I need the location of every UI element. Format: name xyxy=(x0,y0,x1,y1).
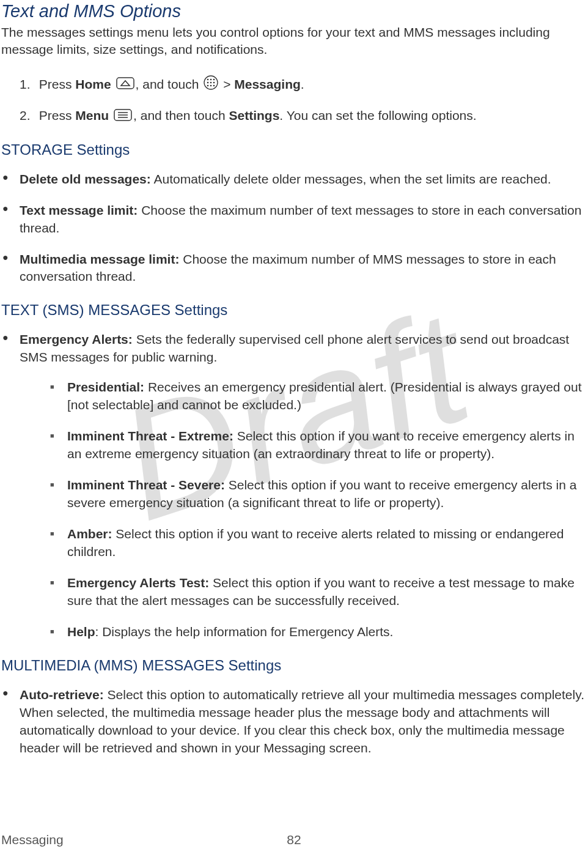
sub-amber: ■ Amber: Select this option if you want … xyxy=(50,525,587,561)
bullet-marker-icon: ● xyxy=(2,686,20,757)
sub-presidential: ■ Presidential: Receives an emergency pr… xyxy=(50,379,587,414)
step-2: 2. Press Menu , and then touch Settings.… xyxy=(20,106,587,126)
home-icon xyxy=(116,75,134,95)
home-label: Home xyxy=(75,77,111,91)
page-content: Text and MMS Options The messages settin… xyxy=(0,0,588,757)
step-number: 1. xyxy=(20,75,35,94)
svg-point-9 xyxy=(210,85,212,87)
sub-label: Amber: xyxy=(67,527,112,541)
sub-label: Imminent Threat - Extreme: xyxy=(67,429,233,443)
bullet-mms-limit: ● Multimedia message limit: Choose the m… xyxy=(2,251,587,286)
bullet-label: Multimedia message limit: xyxy=(20,252,179,266)
menu-label: Menu xyxy=(75,108,109,122)
step-text: Press xyxy=(39,108,76,122)
sub-marker-icon: ■ xyxy=(50,525,67,561)
bullet-marker-icon: ● xyxy=(2,251,20,286)
bullet-marker-icon: ● xyxy=(2,331,20,366)
bullet-label: Emergency Alerts: xyxy=(20,332,133,346)
sub-marker-icon: ■ xyxy=(50,379,67,414)
bullet-desc: Select this option to automatically retr… xyxy=(20,688,584,755)
step-number: 2. xyxy=(20,106,35,125)
sub-desc: Select this option if you want to receiv… xyxy=(67,527,564,558)
sms-bullets: ● Emergency Alerts: Sets the federally s… xyxy=(2,331,587,641)
sms-heading: TEXT (SMS) MESSAGES Settings xyxy=(1,302,587,319)
step-text: , and touch xyxy=(136,77,203,91)
svg-point-6 xyxy=(210,82,212,84)
ordered-steps: 1. Press Home , and touch > Messaging. 2… xyxy=(20,75,587,127)
sub-marker-icon: ■ xyxy=(50,428,67,463)
emergency-sub-bullets: ■ Presidential: Receives an emergency pr… xyxy=(50,379,587,641)
sub-imminent-extreme: ■ Imminent Threat - Extreme: Select this… xyxy=(50,428,587,463)
bullet-marker-icon: ● xyxy=(2,171,20,188)
svg-rect-0 xyxy=(117,78,134,89)
bullet-desc: Automatically delete older messages, whe… xyxy=(151,172,551,186)
sub-marker-icon: ■ xyxy=(50,574,67,610)
sub-desc: : Displays the help information for Emer… xyxy=(95,625,394,639)
bullet-label: Delete old messages: xyxy=(20,172,151,186)
sub-label: Presidential: xyxy=(67,380,144,394)
step-text: . xyxy=(301,77,304,91)
bullet-delete-old: ● Delete old messages: Automatically del… xyxy=(2,171,587,188)
bullet-label: Auto-retrieve: xyxy=(20,688,104,702)
sub-label: Emergency Alerts Test: xyxy=(67,576,209,590)
svg-point-10 xyxy=(213,85,215,87)
svg-point-2 xyxy=(207,79,209,81)
intro-text: The messages settings menu lets you cont… xyxy=(1,24,587,59)
mms-bullets: ● Auto-retrieve: Select this option to a… xyxy=(2,686,587,757)
bullet-marker-icon: ● xyxy=(2,202,20,237)
svg-point-5 xyxy=(207,82,209,84)
sub-alerts-test: ■ Emergency Alerts Test: Select this opt… xyxy=(50,574,587,610)
page-footer: Messaging 82 xyxy=(1,833,587,847)
sub-label: Help xyxy=(67,625,95,639)
bullet-text-limit: ● Text message limit: Choose the maximum… xyxy=(2,202,587,237)
step-text: Press xyxy=(39,77,76,91)
sub-help: ■ Help: Displays the help information fo… xyxy=(50,623,587,641)
sub-marker-icon: ■ xyxy=(50,623,67,641)
messaging-label: Messaging xyxy=(234,77,301,91)
footer-section: Messaging xyxy=(1,833,64,847)
sub-imminent-severe: ■ Imminent Threat - Severe: Select this … xyxy=(50,477,587,512)
sub-label: Imminent Threat - Severe: xyxy=(67,478,225,492)
step-1: 1. Press Home , and touch > Messaging. xyxy=(20,75,587,95)
settings-label: Settings xyxy=(229,108,280,122)
storage-bullets: ● Delete old messages: Automatically del… xyxy=(2,171,587,286)
svg-point-4 xyxy=(213,79,215,81)
apps-grid-icon xyxy=(204,75,218,95)
svg-point-3 xyxy=(210,79,212,81)
step-text: , and then touch xyxy=(133,108,229,122)
page-title: Text and MMS Options xyxy=(1,1,587,21)
bullet-auto-retrieve: ● Auto-retrieve: Select this option to a… xyxy=(2,686,587,757)
menu-icon xyxy=(114,107,132,127)
sub-marker-icon: ■ xyxy=(50,477,67,512)
svg-point-7 xyxy=(213,82,215,84)
sub-desc: Receives an emergency presidential alert… xyxy=(67,380,582,412)
bullet-label: Text message limit: xyxy=(20,203,138,217)
storage-heading: STORAGE Settings xyxy=(1,141,587,158)
step-text: > xyxy=(223,77,234,91)
svg-point-8 xyxy=(207,85,209,87)
step-text: . You can set the following options. xyxy=(279,108,476,122)
footer-page-number: 82 xyxy=(287,833,301,847)
bullet-emergency-alerts: ● Emergency Alerts: Sets the federally s… xyxy=(2,331,587,366)
mms-heading: MULTIMEDIA (MMS) MESSAGES Settings xyxy=(1,657,587,674)
